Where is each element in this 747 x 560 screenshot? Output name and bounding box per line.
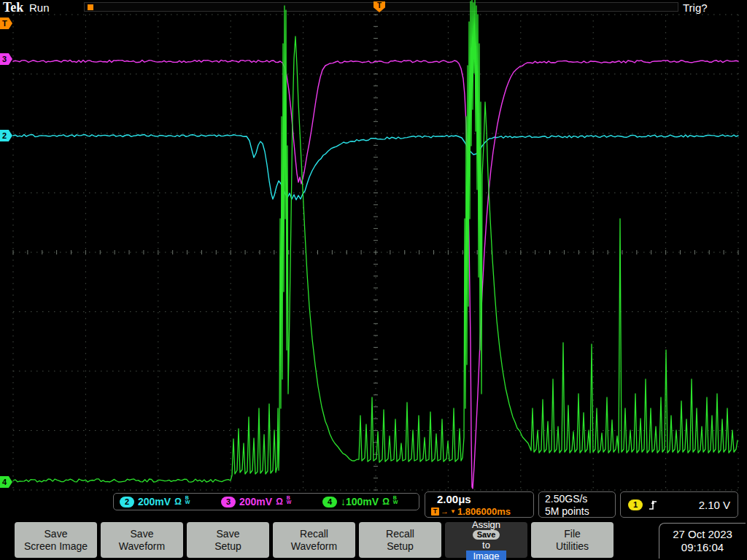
acquisition-readout[interactable]: 2.50GS/s 5M points (538, 491, 616, 518)
ch4-readout[interactable]: 4 ↓100mV Ω BW (317, 496, 418, 508)
delay-trigger-icon: T (431, 508, 439, 516)
ch2-coupling: Ω (174, 497, 182, 507)
oscilloscope-screen: Tek Run T Trig? T 3 2 4 2 200mV Ω BW 3 (0, 0, 747, 560)
ch4-bandwidth-icon: BW (393, 496, 399, 505)
ch3-coupling: Ω (276, 497, 283, 507)
trigger-readout[interactable]: 1 2.10 V (620, 491, 738, 518)
time-text: 09:16:04 (659, 541, 746, 554)
sample-rate: 2.50GS/s (545, 493, 587, 505)
ch4-trace (13, 0, 738, 482)
assign-to-text: to (473, 540, 500, 551)
ch4-coupling: Ω (382, 497, 390, 507)
timebase-scale: 2.00μs (437, 493, 471, 505)
ch3-bandwidth-icon: BW (287, 496, 293, 505)
delay-value: 1.806000ms (457, 506, 511, 517)
ch4-scale: ↓100mV (341, 496, 379, 508)
horizontal-readout[interactable]: 2.00μs T → ▼ 1.806000ms (425, 491, 534, 518)
recall-setup-button[interactable]: Recall Setup (359, 522, 441, 558)
file-utilities-button[interactable]: File Utilities (531, 522, 614, 558)
delay-marker-icon: ▼ (450, 508, 456, 516)
save-setup-button[interactable]: Save Setup (187, 522, 269, 558)
waveform-display (0, 0, 747, 560)
delay-arrow-icon: → (441, 508, 449, 516)
assign-target-line: Image (466, 551, 506, 560)
bottom-menu: Save Screen Image Save Waveform Save Set… (15, 522, 614, 558)
readout-bar: 2 200mV Ω BW 3 200mV Ω BW 4 ↓100mV Ω BW … (0, 491, 747, 521)
assign-target: Image (466, 551, 506, 560)
save-screen-image-button[interactable]: Save Screen Image (15, 522, 97, 558)
ch2-trace (13, 135, 738, 201)
save-key-chip: Save (473, 530, 500, 540)
assign-title: Assign (472, 519, 500, 530)
ch2-readout[interactable]: 2 200mV Ω BW (114, 496, 215, 508)
assign-save-button[interactable]: Assign Save to Image (445, 522, 527, 558)
ch3-trace (13, 60, 738, 489)
date-text: 27 Oct 2023 (659, 528, 746, 541)
assign-save-to-line: Save to (473, 530, 500, 551)
ch2-scale: 200mV (138, 496, 171, 508)
ch2-badge: 2 (120, 497, 134, 508)
rising-edge-icon (648, 499, 658, 511)
trigger-source-badge: 1 (628, 499, 643, 510)
ch3-badge: 3 (221, 497, 236, 508)
ch3-scale: 200mV (239, 496, 272, 508)
datetime-display: 27 Oct 2023 09:16:04 (659, 523, 746, 559)
save-waveform-button[interactable]: Save Waveform (101, 522, 183, 558)
ch3-readout[interactable]: 3 200mV Ω BW (215, 496, 317, 508)
trigger-level-value: 2.10 V (699, 499, 730, 511)
ch4-badge: 4 (322, 497, 337, 508)
record-length: 5M points (545, 505, 589, 517)
ch2-bandwidth-icon: BW (185, 496, 191, 505)
recall-waveform-button[interactable]: Recall Waveform (273, 522, 355, 558)
delay-readout: T → ▼ 1.806000ms (431, 506, 511, 517)
channel-readouts-box: 2 200mV Ω BW 3 200mV Ω BW 4 ↓100mV Ω BW (113, 493, 419, 510)
